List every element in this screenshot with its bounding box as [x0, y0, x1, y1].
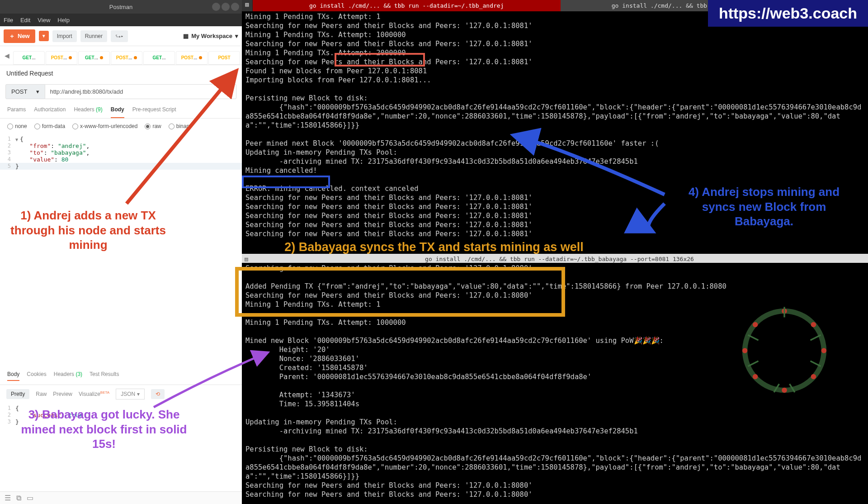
menu-help[interactable]: Help [57, 17, 70, 24]
svg-point-5 [782, 388, 787, 393]
resp-tab-body[interactable]: Body [7, 371, 19, 381]
grid-icon: ▦ [183, 33, 189, 39]
workspace-selector[interactable]: ▦My Workspace▾ [183, 33, 238, 39]
postman-titlebar: Postman [0, 0, 242, 14]
tab-body[interactable]: Body [111, 106, 124, 118]
menu-file[interactable]: File [4, 17, 13, 24]
postman-toolbar: ＋New ▼ Import Runner ⮑▸ ▦My Workspace▾ [0, 26, 242, 46]
tab-list-icon[interactable]: ▤ [242, 0, 253, 11]
view-visualize[interactable]: VisualizeBETA [79, 391, 109, 397]
max-icon[interactable] [222, 3, 230, 11]
radio-binary[interactable]: binary [169, 123, 191, 129]
request-tab[interactable]: GET... [143, 51, 175, 65]
postman-title: Postman [109, 4, 132, 10]
new-dropdown[interactable]: ▼ [39, 31, 49, 41]
chevron-down-icon: ▾ [235, 33, 238, 39]
sidebar-toggle-icon[interactable]: ☰ [5, 494, 11, 502]
highlight-added-pending [235, 267, 565, 317]
view-raw[interactable]: Raw [36, 391, 47, 397]
request-tab[interactable]: POST... [111, 51, 142, 65]
request-subtabs: Params Authorization Headers (9) Body Pr… [0, 102, 242, 119]
radio-form-data[interactable]: form-data [34, 123, 65, 129]
svg-point-7 [742, 348, 748, 353]
response-panel: Body Cookies Headers (3) Test Results Pr… [0, 367, 242, 490]
runner-button[interactable]: Runner [80, 30, 107, 42]
terminal-andrej[interactable]: ▤ go install ./cmd/... && tbb run --data… [242, 0, 868, 253]
method-select[interactable]: POST▾ [5, 84, 45, 99]
view-preview[interactable]: Preview [53, 391, 72, 397]
url-row: POST▾ http://andrej.tbb:8080/tx/add [0, 81, 242, 102]
request-tab[interactable]: POST... [176, 51, 208, 65]
radio-none[interactable]: none [7, 123, 27, 129]
menu-view[interactable]: View [38, 17, 50, 24]
highlight-attempt [335, 53, 425, 67]
import-button[interactable]: Import [52, 30, 77, 42]
format-select[interactable]: JSON ▾ [116, 389, 144, 399]
url-badge: https://web3.coach [708, 0, 868, 27]
svg-point-6 [753, 374, 758, 380]
request-tab[interactable]: GET... [13, 51, 45, 65]
request-tab[interactable]: GET... [78, 51, 110, 65]
request-tabs-row: ◀ GET... POST... GET... POST... GET... P… [0, 46, 242, 65]
min-icon[interactable] [212, 3, 220, 11]
response-body[interactable]: 1{ 2 "success": true 3} [0, 403, 242, 427]
request-title: Untitled Request [0, 65, 242, 81]
find-icon[interactable]: ▭ [27, 494, 33, 502]
terminal-output: Mining 1 Pending TXs. Attempt: 1 Searchi… [245, 12, 864, 238]
wreath-decoration [732, 299, 836, 403]
plus-icon: ＋ [9, 32, 15, 40]
url-input[interactable]: http://andrej.tbb:8080/tx/add [45, 84, 236, 99]
close-icon[interactable] [231, 3, 239, 11]
new-button[interactable]: ＋New [4, 29, 35, 43]
tab-headers[interactable]: Headers (9) [74, 106, 102, 118]
svg-point-2 [811, 322, 816, 328]
svg-point-4 [811, 374, 816, 380]
request-body-editor[interactable]: 1▼{ 2 "from": "andrej", 3 "to": "babayag… [0, 134, 242, 171]
highlight-mining-cancelled [242, 176, 330, 188]
chevron-down-icon: ▾ [36, 88, 39, 95]
menu-edit[interactable]: Edit [20, 17, 30, 24]
postman-menubar: File Edit View Help [0, 14, 242, 26]
body-type-row: none form-data x-www-form-urlencoded raw… [0, 119, 242, 134]
postman-footer: ☰ ⧉ ▭ [0, 491, 242, 504]
capture-button[interactable]: ⮑▸ [111, 30, 128, 42]
tab-authorization[interactable]: Authorization [34, 106, 66, 118]
radio-raw[interactable]: raw [145, 123, 161, 129]
tab-list-icon[interactable]: ▤ [242, 255, 251, 264]
console-icon[interactable]: ⧉ [16, 494, 21, 502]
svg-point-8 [753, 322, 758, 328]
terminal-tab-active[interactable]: go install ./cmd/... && tbb run --datadi… [253, 0, 561, 11]
radio-urlencoded[interactable]: x-www-form-urlencoded [72, 123, 137, 129]
resp-tab-tests[interactable]: Test Results [90, 371, 119, 381]
resp-tab-headers[interactable]: Headers (3) [54, 371, 82, 381]
terminal-title: ▤ go install ./cmd/... && tbb run --data… [242, 254, 868, 263]
postman-window: Postman File Edit View Help ＋New ▼ Impor… [0, 0, 242, 504]
tab-prereq[interactable]: Pre-request Script [132, 106, 176, 118]
request-tab[interactable]: POST [208, 51, 240, 65]
wrap-icon[interactable]: ⟲ [151, 389, 165, 399]
view-pretty[interactable]: Pretty [6, 389, 29, 399]
tabs-prev[interactable]: ◀ [2, 52, 12, 59]
request-tab[interactable]: POST... [46, 51, 77, 65]
tab-params[interactable]: Params [7, 106, 26, 118]
resp-tab-cookies[interactable]: Cookies [27, 371, 46, 381]
svg-point-3 [821, 348, 827, 353]
